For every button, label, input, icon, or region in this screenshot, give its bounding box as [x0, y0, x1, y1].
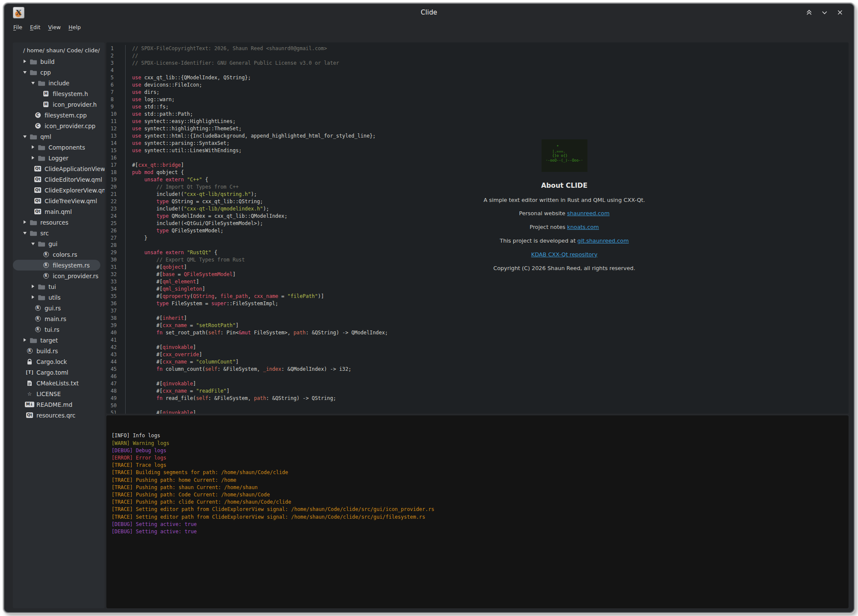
chevron-down-icon[interactable]	[31, 81, 35, 85]
tree-item-label: cpp	[40, 69, 51, 76]
chevron-down-icon[interactable]	[23, 70, 27, 74]
tree-item-label: Cargo.toml	[36, 369, 68, 376]
code-text: #[cxx_override]	[126, 351, 202, 358]
title-bar[interactable]: X Clide	[4, 4, 854, 21]
tree-item-qml[interactable]: qml	[13, 131, 105, 142]
tree-item-colors-rs[interactable]: Rcolors.rs	[13, 249, 105, 260]
log-line-trace: [TRACE] Pushing path: home Current: /hom…	[111, 477, 843, 484]
tree-item-include[interactable]: include	[13, 78, 105, 88]
link-shaunreed-com[interactable]: shaunreed.com	[567, 210, 610, 216]
menu-edit[interactable]: Edit	[26, 23, 44, 32]
tree-item-cmakelists-txt[interactable]: CMakeLists.txt	[13, 378, 105, 388]
code-text: fn column_count(self: &FileSystem, _inde…	[126, 366, 351, 373]
line-number: 33	[106, 278, 126, 285]
tree-item-build[interactable]: build	[13, 56, 105, 67]
tree-item-tui[interactable]: tui	[13, 281, 105, 292]
tree-item-clideexplorerview-qml[interactable]: QtClideExplorerView.qml	[13, 185, 105, 195]
tree-item-resources[interactable]: resources	[13, 217, 105, 228]
tree-item-label: build.rs	[36, 348, 58, 355]
tree-item-target[interactable]: target	[13, 335, 105, 346]
chevron-down-icon[interactable]	[23, 135, 27, 138]
rust-file-icon: R	[26, 348, 33, 355]
chevron-right-icon[interactable]	[31, 295, 35, 299]
code-line: 9use std::fs;	[106, 103, 849, 111]
tree-item-label: utils	[48, 294, 60, 301]
chevron-down-icon[interactable]	[23, 231, 27, 235]
tree-item-label: ClideEditorView.qml	[45, 176, 102, 183]
close-button[interactable]	[836, 8, 844, 17]
tree-item-cargo-toml[interactable]: [T]Cargo.toml	[13, 367, 105, 378]
code-text: // Export QML Types from Rust	[126, 256, 245, 264]
link-git-shaunreed-com[interactable]: git.shaunreed.com	[578, 237, 629, 244]
about-title: About CLIDE	[457, 182, 671, 189]
main-content: / home/ shaun/ Code/ clide/ buildcppincl…	[13, 42, 849, 608]
tree-item-src[interactable]: src	[13, 228, 105, 238]
tree-item-license[interactable]: ☆LICENSE	[13, 388, 105, 399]
tree-item-icon-provider-rs[interactable]: Ricon_provider.rs	[13, 270, 105, 281]
tree-item-resources-qrc[interactable]: Qtresources.qrc	[13, 410, 105, 421]
log-line-debug: [DEBUG] Debug logs	[111, 447, 843, 454]
tree-item-cpp[interactable]: cpp	[13, 67, 105, 78]
line-number: 36	[106, 300, 126, 307]
qt-file-icon: Qt	[34, 176, 42, 183]
tree-item-filesystem-rs[interactable]: Rfilesystem.rs	[13, 260, 100, 270]
qt-file-icon: Qt	[34, 198, 42, 204]
tree-item-utils[interactable]: utils	[13, 292, 105, 303]
code-line: 41	[106, 337, 849, 344]
tree-item-filesystem-h[interactable]: Hfilesystem.h	[13, 88, 105, 99]
tree-item-clidetreeview-qml[interactable]: QtClideTreeView.qml	[13, 195, 105, 206]
line-number: 11	[106, 118, 126, 125]
folder-icon	[30, 219, 37, 226]
qt-file-icon: Qt	[34, 165, 42, 172]
window-controls	[805, 4, 844, 21]
tree-item-main-rs[interactable]: Rmain.rs	[13, 313, 105, 324]
tree-item-label: icon_provider.h	[53, 101, 97, 108]
tree-item-build-rs[interactable]: Rbuild.rs	[13, 346, 105, 356]
c-header-file-icon: H	[42, 90, 50, 97]
menu-view[interactable]: View	[44, 23, 65, 32]
tree-item-filesystem-cpp[interactable]: Cfilesystem.cpp	[13, 110, 105, 120]
line-number: 3	[106, 60, 126, 67]
tree-item-label: gui.rs	[45, 305, 61, 312]
tree-item-label: target	[40, 337, 58, 344]
tree-item-label: Components	[48, 144, 85, 151]
about-line: Project notes knoats.com	[457, 224, 671, 230]
chevron-right-icon[interactable]	[23, 60, 27, 63]
tree-item-cargo-lock[interactable]: Cargo.lock	[13, 356, 105, 367]
link-knoats-com[interactable]: knoats.com	[567, 224, 599, 230]
tree-item-label: include	[48, 80, 69, 87]
menu-help[interactable]: Help	[65, 23, 85, 32]
code-editor[interactable]: 1// SPDX-FileCopyrightText: 2026, Shaun …	[106, 42, 849, 414]
menu-file[interactable]: File	[9, 23, 26, 32]
link-kdab-cxx-qt-repository[interactable]: KDAB CXX-Qt repository	[531, 251, 597, 258]
log-console[interactable]: [INFO] Info logs[WARN] Warning logs[DEBU…	[106, 415, 849, 608]
tree-item-clideeditorview-qml[interactable]: QtClideEditorView.qml	[13, 174, 105, 185]
minimize-button[interactable]	[820, 8, 829, 17]
maximize-button[interactable]	[805, 8, 813, 17]
tree-item-icon-provider-h[interactable]: Hicon_provider.h	[13, 99, 105, 110]
line-number: 2	[106, 52, 126, 60]
code-line: 37	[106, 307, 849, 315]
tree-item-icon-provider-cpp[interactable]: Cicon_provider.cpp	[13, 120, 105, 131]
app-window: X Clide Fil	[3, 3, 855, 613]
tree-item-gui-rs[interactable]: Rgui.rs	[13, 303, 105, 313]
chevron-right-icon[interactable]	[31, 285, 35, 288]
chevron-right-icon[interactable]	[23, 220, 27, 224]
tree-item-components[interactable]: Components	[13, 142, 105, 153]
tree-item-tui-rs[interactable]: Rtui.rs	[13, 324, 105, 335]
tree-item-readme-md[interactable]: M↓README.md	[13, 399, 105, 410]
file-explorer-panel[interactable]: / home/ shaun/ Code/ clide/ buildcppincl…	[13, 42, 105, 608]
chevron-right-icon[interactable]	[31, 156, 35, 160]
line-number: 49	[106, 395, 126, 402]
code-line: 1// SPDX-FileCopyrightText: 2026, Shaun …	[106, 45, 849, 52]
line-number: 29	[106, 249, 126, 256]
markdown-file-icon: M↓	[26, 401, 33, 408]
tree-item-logger[interactable]: Logger	[13, 153, 105, 163]
tree-item-label: build	[40, 58, 54, 65]
chevron-down-icon[interactable]	[31, 242, 35, 246]
tree-item-main-qml[interactable]: Qtmain.qml	[13, 206, 105, 217]
tree-item-gui[interactable]: gui	[13, 238, 105, 249]
chevron-right-icon[interactable]	[23, 338, 27, 342]
tree-item-clideapplicationview-qml[interactable]: QtClideApplicationView.qml	[13, 163, 105, 174]
chevron-right-icon[interactable]	[31, 145, 35, 149]
